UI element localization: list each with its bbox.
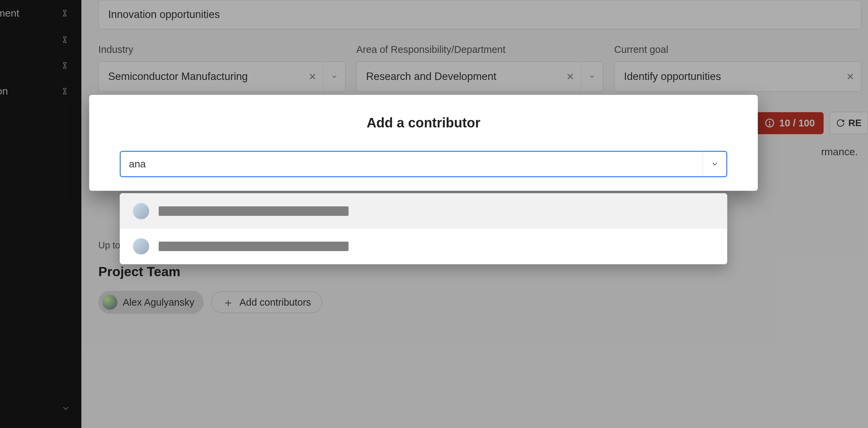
select-value: Semiconductor Manufacturing <box>108 70 302 83</box>
industry-select[interactable]: Semiconductor Manufacturing ✕ <box>98 61 346 92</box>
sidebar-collapse-button[interactable] <box>61 404 71 414</box>
contributor-option[interactable] <box>120 229 727 264</box>
add-contributors-label: Add contributors <box>239 297 311 308</box>
app-root: Problem Statement Analysis tools Propose… <box>0 0 868 428</box>
contributor-option-label-redacted <box>159 206 349 216</box>
contributor-option[interactable] <box>120 193 727 229</box>
sidebar-item-solution[interactable]: Propose solution <box>0 78 81 104</box>
sidebar-item-label: Share project <box>0 142 55 154</box>
contributor-option-label-redacted <box>159 242 349 251</box>
sidebar: Problem Statement Analysis tools Propose… <box>0 0 81 428</box>
sidebar-item-tools[interactable]: Analysis tools <box>0 26 81 53</box>
sidebar-item-label: Problem Statement <box>0 7 55 19</box>
contributor-combobox[interactable] <box>120 151 727 177</box>
field-label: Area of Responsibility/Department <box>356 44 604 55</box>
chevron-down-icon[interactable] <box>581 62 603 91</box>
sidebar-item-statement[interactable]: Problem Statement <box>0 0 81 26</box>
field-department: Area of Responsibility/Department Resear… <box>356 44 604 92</box>
avatar <box>133 238 149 254</box>
hourglass-icon <box>61 60 68 70</box>
department-select[interactable]: Research and Development ✕ <box>356 61 604 92</box>
hourglass-icon <box>61 8 68 18</box>
team-row: Alex Agulyansky ＋ Add contributors <box>98 291 861 314</box>
field-industry: Industry Semiconductor Manufacturing ✕ <box>98 44 346 92</box>
modal-title: Add a contributor <box>120 115 727 130</box>
score-text: 10 / 100 <box>779 118 815 129</box>
chevron-down-icon[interactable] <box>703 152 726 176</box>
field-label: Current goal <box>614 44 861 55</box>
team-member-name: Alex Agulyansky <box>123 297 194 308</box>
add-contributor-modal: Add a contributor <box>89 95 758 191</box>
sidebar-item-label: Analysis tools <box>0 34 55 45</box>
hourglass-icon <box>61 86 68 96</box>
refresh-label: RE <box>848 118 862 128</box>
toolbar-right: 10 / 100 RE <box>756 112 868 134</box>
field-goal: Current goal Identify opportunities ✕ <box>614 44 861 92</box>
avatar <box>133 203 149 219</box>
field-row: Industry Semiconductor Manufacturing ✕ A… <box>98 44 861 92</box>
select-value: Research and Development <box>366 70 560 83</box>
field-label: Industry <box>98 44 346 55</box>
clear-icon[interactable]: ✕ <box>839 62 861 91</box>
blank-icon <box>61 143 68 153</box>
hourglass-icon <box>61 35 68 45</box>
sidebar-item-share[interactable]: Share project <box>0 135 81 161</box>
chevron-down-icon[interactable] <box>323 62 345 91</box>
goal-select[interactable]: Identify opportunities ✕ <box>614 61 861 92</box>
select-value: Identify opportunities <box>624 70 839 83</box>
add-contributors-button[interactable]: ＋ Add contributors <box>211 291 322 313</box>
plus-icon: ＋ <box>222 297 234 308</box>
team-heading: Project Team <box>98 264 861 279</box>
svg-point-2 <box>769 125 770 125</box>
contributor-dropdown <box>120 193 727 264</box>
project-title-input[interactable] <box>98 0 861 29</box>
refresh-button[interactable]: RE <box>830 112 868 134</box>
clear-icon[interactable]: ✕ <box>302 62 323 91</box>
sidebar-item-label: Propose solution <box>0 85 55 97</box>
clear-icon[interactable]: ✕ <box>559 62 581 91</box>
contributor-search-input[interactable] <box>121 152 703 176</box>
sidebar-item-unnamed[interactable] <box>0 53 81 78</box>
avatar <box>102 295 117 310</box>
score-badge: 10 / 100 <box>756 112 824 134</box>
team-member-chip[interactable]: Alex Agulyansky <box>98 291 204 314</box>
